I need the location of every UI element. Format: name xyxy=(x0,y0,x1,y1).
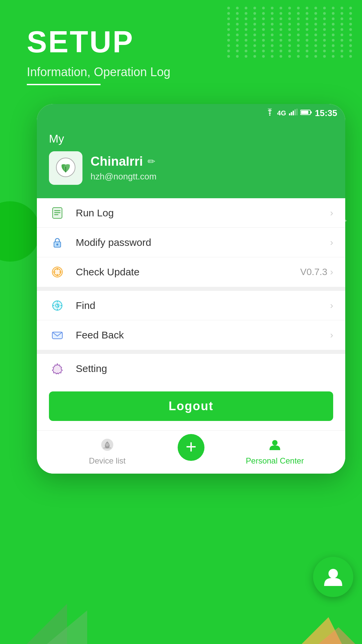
menu-section-2: Find › Feed Back › xyxy=(37,291,345,350)
avatar-icon xyxy=(56,157,76,179)
bottom-decoration xyxy=(0,577,362,644)
device-list-label: Device list xyxy=(89,456,125,466)
svg-rect-4 xyxy=(294,109,296,115)
status-icons: 4G 15:35 xyxy=(265,108,337,118)
header-underline xyxy=(27,84,101,85)
svg-point-16 xyxy=(56,244,58,246)
svg-point-35 xyxy=(272,440,278,445)
logout-button[interactable]: Logout xyxy=(49,391,333,421)
svg-marker-39 xyxy=(302,617,342,644)
feedback-label: Feed Back xyxy=(76,329,330,341)
profile-name: ChinaIrri xyxy=(90,154,143,169)
menu-item-check-update[interactable]: Check Update V0.7.3 › xyxy=(37,257,345,287)
profile-name-row: ChinaIrri ✏ xyxy=(90,154,333,169)
run-log-icon xyxy=(49,205,66,221)
menu-item-feedback[interactable]: Feed Back › xyxy=(37,320,345,350)
feedback-icon xyxy=(49,327,66,343)
modify-password-icon xyxy=(49,234,66,251)
svg-rect-8 xyxy=(310,111,312,113)
bottom-navigation: Device list + Personal Center xyxy=(37,430,345,474)
svg-point-36 xyxy=(328,569,338,578)
check-update-chevron: › xyxy=(330,267,333,277)
menu-section-1: Run Log › Modify password › xyxy=(37,198,345,287)
feedback-chevron: › xyxy=(330,330,333,340)
check-update-label: Check Update xyxy=(76,266,300,278)
svg-marker-37 xyxy=(27,604,67,644)
floating-person-button[interactable] xyxy=(313,557,353,597)
page-subtitle: Information, Operation Log xyxy=(27,65,170,79)
setting-icon xyxy=(49,360,66,377)
logout-section: Logout xyxy=(37,383,345,430)
nav-item-add[interactable]: + xyxy=(178,441,204,461)
modify-password-label: Modify password xyxy=(76,237,330,248)
personal-center-label: Personal Center xyxy=(246,456,304,466)
find-icon xyxy=(49,297,66,314)
svg-rect-5 xyxy=(296,109,298,115)
profile-header: My ChinaIrri ✏ hzh@nong xyxy=(37,122,345,198)
menu-divider-1 xyxy=(37,287,345,291)
decoration-circle xyxy=(0,201,40,262)
svg-rect-3 xyxy=(293,111,294,115)
nav-item-device-list[interactable]: Device list xyxy=(37,436,178,466)
modify-password-chevron: › xyxy=(330,237,333,248)
avatar xyxy=(49,151,82,185)
run-log-label: Run Log xyxy=(76,207,330,219)
menu-item-setting[interactable]: Setting xyxy=(37,354,345,383)
profile-info: ChinaIrri ✏ hzh@nongtt.com xyxy=(90,154,333,182)
run-log-chevron: › xyxy=(330,208,333,218)
my-label: My xyxy=(49,132,333,145)
nav-item-personal-center[interactable]: Personal Center xyxy=(204,436,345,466)
svg-rect-2 xyxy=(291,112,292,115)
menu-item-find[interactable]: Find › xyxy=(37,291,345,320)
personal-center-icon xyxy=(266,436,284,453)
profile-row: ChinaIrri ✏ hzh@nongtt.com xyxy=(49,151,333,185)
page-title: SETUP xyxy=(27,27,170,57)
battery-icon xyxy=(300,109,312,117)
svg-rect-7 xyxy=(301,111,308,114)
setting-label: Setting xyxy=(76,363,333,374)
device-list-icon xyxy=(99,436,116,453)
check-update-icon xyxy=(49,264,66,280)
svg-rect-34 xyxy=(103,447,111,448)
svg-point-33 xyxy=(106,443,109,446)
svg-rect-1 xyxy=(289,113,290,115)
find-label: Find xyxy=(76,300,330,311)
menu-divider-2 xyxy=(37,350,345,354)
find-chevron: › xyxy=(330,300,333,311)
menu-item-run-log[interactable]: Run Log › xyxy=(37,198,345,228)
add-icon: + xyxy=(186,437,197,456)
menu-section-3: Setting xyxy=(37,354,345,383)
signal-icon xyxy=(289,109,298,117)
network-label: 4G xyxy=(277,109,286,117)
page-header: SETUP Information, Operation Log xyxy=(27,27,170,85)
svg-point-0 xyxy=(269,114,270,116)
add-button[interactable]: + xyxy=(178,434,204,461)
menu-item-modify-password[interactable]: Modify password › xyxy=(37,228,345,257)
svg-marker-38 xyxy=(47,610,87,644)
phone-frame: 4G 15:35 xyxy=(37,104,345,474)
status-bar: 4G 15:35 xyxy=(37,104,345,122)
check-update-value: V0.7.3 xyxy=(300,267,327,277)
profile-email: hzh@nongtt.com xyxy=(90,171,333,182)
edit-icon[interactable]: ✏ xyxy=(147,156,155,167)
status-time: 15:35 xyxy=(315,108,338,118)
wifi-icon xyxy=(265,108,275,118)
svg-marker-40 xyxy=(318,627,355,644)
